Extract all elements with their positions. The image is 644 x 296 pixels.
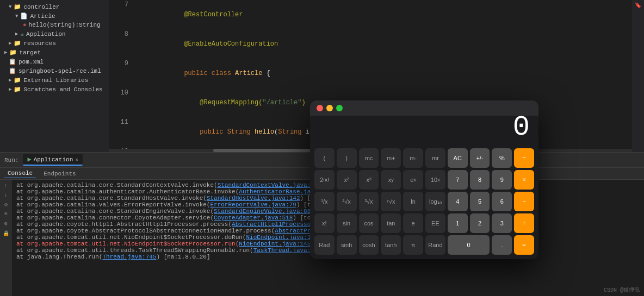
run-icon: ▶ xyxy=(27,155,31,163)
code-line-7: 7 @RestController xyxy=(109,0,632,29)
calc-btn-sqrt3[interactable]: ³√x xyxy=(359,192,379,211)
tab-close-icon[interactable]: ✕ xyxy=(75,156,78,163)
sidebar-controller[interactable]: ▼ 📁 controller xyxy=(0,2,109,11)
calc-btn-cosh[interactable]: cosh xyxy=(359,235,379,255)
calc-btn-5[interactable]: 5 xyxy=(470,192,490,211)
calc-btn-cos[interactable]: cos xyxy=(359,213,379,233)
calc-btn-factorial[interactable]: x! xyxy=(314,213,335,233)
calc-btn-tan[interactable]: tan xyxy=(381,213,401,233)
calculator: 0 ( ) mc m+ m- mr AC +/- % ÷ 2nd x² x³ x… xyxy=(310,100,538,259)
calc-btn-close-paren[interactable]: ) xyxy=(337,148,357,168)
calc-btn-divide[interactable]: ÷ xyxy=(514,148,534,168)
calc-btn-sqrty[interactable]: ʸ√x xyxy=(381,192,401,211)
calc-btn-xy[interactable]: xy xyxy=(381,170,401,190)
down-icon[interactable]: ↓ xyxy=(4,192,8,198)
calc-btn-subtract[interactable]: − xyxy=(514,192,534,211)
calc-btn-x3[interactable]: x³ xyxy=(359,170,379,190)
folder-icon: 📁 xyxy=(14,77,21,84)
sidebar-iml[interactable]: 📋 springboot-spel-rce.iml xyxy=(0,66,109,75)
calc-btn-2nd[interactable]: 2nd xyxy=(314,170,335,190)
calc-btn-decimal[interactable]: . xyxy=(492,235,512,255)
calc-btn-e[interactable]: e xyxy=(403,213,423,233)
sidebar-label: pom.xml xyxy=(18,59,104,65)
stack-link[interactable]: NioEndpoint.java:1456 xyxy=(239,241,314,247)
scroll-lock-icon[interactable]: 🔒 xyxy=(3,230,9,237)
calc-btn-4[interactable]: 4 xyxy=(448,192,468,211)
arrow-icon: ▶ xyxy=(9,86,11,92)
clear-icon[interactable]: ⊘ xyxy=(4,201,8,208)
calc-btn-add[interactable]: + xyxy=(514,213,534,233)
filter-icon[interactable]: ≡ xyxy=(4,211,8,217)
calc-btn-mr[interactable]: mr xyxy=(425,148,445,168)
arrow-icon: ▼ xyxy=(9,4,11,10)
stack-link[interactable]: Thread.java:745 xyxy=(102,254,156,260)
stack-link[interactable]: StandardContextValve.java:106 xyxy=(218,182,321,188)
calc-btn-tanh[interactable]: tanh xyxy=(381,235,401,255)
calc-btn-mc[interactable]: mc xyxy=(359,148,379,168)
sidebar-label: resources xyxy=(23,40,104,47)
window-maximize-btn[interactable] xyxy=(336,105,343,111)
calc-btn-6[interactable]: 6 xyxy=(492,192,512,211)
stack-link[interactable]: StandardEngineValve.java:88 xyxy=(214,208,311,215)
stack-link[interactable]: ErrorReportValve.java:79 xyxy=(210,201,296,208)
calc-btn-1[interactable]: 1 xyxy=(448,213,468,233)
calc-btn-open-paren[interactable]: ( xyxy=(314,148,335,168)
sub-tab-endpoints[interactable]: Endpoints xyxy=(40,169,79,178)
calc-btn-8[interactable]: 8 xyxy=(470,170,490,190)
sidebar-hello-method[interactable]: ● hello(String):String xyxy=(0,21,109,29)
stack-link[interactable]: TaskThread.java:61 xyxy=(253,247,318,254)
calc-btn-multiply[interactable]: × xyxy=(514,170,534,190)
stack-link[interactable]: StandardHostValve.java:142 xyxy=(207,195,300,201)
calc-btn-rand[interactable]: Rand xyxy=(425,235,445,255)
folder-icon: 📁 xyxy=(14,40,21,47)
calc-btn-sin[interactable]: sin xyxy=(337,213,357,233)
sub-tab-bar: Console Endpoints xyxy=(4,169,79,178)
sidebar-article[interactable]: ▼ 📄 Article xyxy=(0,11,109,21)
console-toolbar: ↑ ↓ ⊘ ≡ ⚙ 🔒 xyxy=(0,180,12,296)
calc-btn-9[interactable]: 9 xyxy=(492,170,512,190)
calc-btn-0[interactable]: 0 xyxy=(448,235,490,255)
calc-btn-m-minus[interactable]: m- xyxy=(403,148,423,168)
window-close-btn[interactable] xyxy=(317,105,323,111)
calc-btn-10x[interactable]: 10x xyxy=(425,170,445,190)
stack-link[interactable]: CoyoteAdapter.java:518 xyxy=(214,215,293,221)
sidebar-label: springboot-spel-rce.iml xyxy=(18,68,104,74)
sub-tab-console[interactable]: Console xyxy=(4,169,36,178)
side-toolbar: 🔖 xyxy=(632,0,644,152)
window-minimize-btn[interactable] xyxy=(326,105,333,111)
calc-btn-pi[interactable]: π xyxy=(403,235,423,255)
calc-btn-x2[interactable]: x² xyxy=(337,170,357,190)
calc-btn-ee[interactable]: EE xyxy=(425,213,445,233)
calc-btn-m-plus[interactable]: m+ xyxy=(381,148,401,168)
calc-btn-plusminus[interactable]: +/- xyxy=(470,148,490,168)
calc-btn-rad[interactable]: Rad xyxy=(314,235,335,255)
calc-btn-log10[interactable]: log₁₀ xyxy=(425,192,445,211)
calc-btn-sqrt2[interactable]: ²√x xyxy=(337,192,357,211)
arrow-icon: ▼ xyxy=(15,14,18,19)
sidebar-pom[interactable]: 📋 pom.xml xyxy=(0,57,109,66)
file-tree: ▼ 📁 controller ▼ 📄 Article ● hello(Strin… xyxy=(0,0,109,152)
sidebar-target[interactable]: ▶ 📁 target xyxy=(0,48,109,57)
tab-application[interactable]: ▶ Application ✕ xyxy=(23,154,83,166)
calc-btn-2[interactable]: 2 xyxy=(470,213,490,233)
calc-btn-ac[interactable]: AC xyxy=(448,148,468,168)
up-icon[interactable]: ↑ xyxy=(4,183,8,189)
arrow-icon: ▶ xyxy=(15,31,18,37)
bookmark-icon[interactable]: 🔖 xyxy=(635,2,641,9)
calc-btn-percent[interactable]: % xyxy=(492,148,512,168)
sidebar-scratches[interactable]: ▶ 📁 Scratches and Consoles xyxy=(0,85,109,94)
code-line-8: 8 @EnableAutoConfiguration xyxy=(109,29,632,59)
calc-btn-inv[interactable]: ¹/x xyxy=(314,192,335,211)
calc-btn-sinh[interactable]: sinh xyxy=(337,235,357,255)
calc-btn-ex[interactable]: ex xyxy=(403,170,423,190)
sidebar-resources[interactable]: ▶ 📁 resources xyxy=(0,39,109,48)
calculator-value: 0 xyxy=(513,114,530,142)
calculator-titlebar xyxy=(310,100,538,116)
calc-btn-equals[interactable]: = xyxy=(514,235,534,255)
calc-btn-7[interactable]: 7 xyxy=(448,170,468,190)
settings-icon[interactable]: ⚙ xyxy=(4,221,8,227)
calc-btn-ln[interactable]: ln xyxy=(403,192,423,211)
sidebar-external-libs[interactable]: ▶ 📁 External Libraries xyxy=(0,75,109,85)
calc-btn-3[interactable]: 3 xyxy=(492,213,512,233)
sidebar-application[interactable]: ▶ ☕ Application xyxy=(0,29,109,39)
